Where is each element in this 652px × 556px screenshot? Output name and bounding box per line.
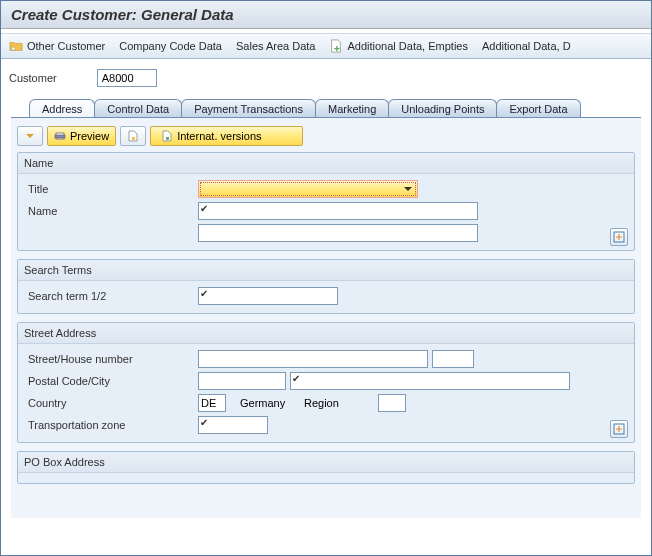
group-search-terms: Search Terms Search term 1/2 ✔ [17,259,635,314]
toolbar-label: Additional Data, D [482,40,571,52]
street-label: Street/House number [24,353,194,365]
additional-data-empties-button[interactable]: Additional Data, Empties [329,39,467,53]
search-term-input[interactable] [198,287,338,305]
tabs-row: Address Control Data Payment Transaction… [11,99,641,118]
expand-group-button[interactable] [610,228,628,246]
expand-icon [613,423,625,435]
tab-marketing[interactable]: Marketing [315,99,389,117]
region-input[interactable] [378,394,406,412]
toolbar-label: Other Customer [27,40,105,52]
country-name: Germany [230,397,300,409]
house-number-input[interactable] [432,350,474,368]
page-title: Create Customer: General Data [1,1,651,29]
print-preview-icon [54,130,66,142]
document-button[interactable] [120,126,146,146]
tab-address[interactable]: Address [29,99,95,117]
other-customer-button[interactable]: Other Customer [9,39,105,53]
city-input[interactable] [290,372,570,390]
name-label: Name [24,205,194,217]
name2-input[interactable] [198,224,478,242]
expand-group-button[interactable] [610,420,628,438]
transportation-zone-input[interactable] [198,416,268,434]
group-name: Name Title Name ✔ [17,152,635,251]
tab-control-data[interactable]: Control Data [94,99,182,117]
expand-icon [613,231,625,243]
main-toolbar: Other Customer Company Code Data Sales A… [1,33,651,59]
tab-unloading-points[interactable]: Unloading Points [388,99,497,117]
tab-body: Preview Internat. versions Name Title [11,118,641,518]
group-title: Name [18,153,634,174]
title-label: Title [24,183,194,195]
group-title: Street Address [18,323,634,344]
button-label: Internat. versions [177,130,261,142]
postal-label: Postal Code/City [24,375,194,387]
svg-rect-2 [55,135,65,138]
toolbar-label: Sales Area Data [236,40,316,52]
expand-button[interactable] [17,126,43,146]
button-label: Preview [70,130,109,142]
document-add-icon [329,39,343,53]
postal-code-input[interactable] [198,372,286,390]
customer-input[interactable] [97,69,157,87]
company-code-button[interactable]: Company Code Data [119,40,222,52]
document-icon [127,130,139,142]
tab-payment-transactions[interactable]: Payment Transactions [181,99,316,117]
document-green-icon [161,130,173,142]
search-term-label: Search term 1/2 [24,290,194,302]
toolbar-label: Additional Data, Empties [347,40,467,52]
street-input[interactable] [198,350,428,368]
chevron-down-icon [401,185,415,193]
sales-area-button[interactable]: Sales Area Data [236,40,316,52]
name-input[interactable] [198,202,478,220]
group-title: Search Terms [18,260,634,281]
customer-label: Customer [9,72,57,84]
tz-label: Transportation zone [24,419,194,431]
tab-export-data[interactable]: Export Data [496,99,580,117]
inner-toolbar: Preview Internat. versions [11,118,641,152]
header-row: Customer [1,59,651,99]
country-label: Country [24,397,194,409]
group-title: PO Box Address [18,452,634,473]
chevron-down-icon [24,130,36,142]
title-select[interactable] [198,180,418,198]
svg-point-0 [12,47,16,51]
toolbar-label: Company Code Data [119,40,222,52]
country-code-input[interactable] [198,394,226,412]
preview-button[interactable]: Preview [47,126,116,146]
additional-data-d-button[interactable]: Additional Data, D [482,40,571,52]
svg-rect-3 [132,137,135,140]
group-po-box: PO Box Address [17,451,635,484]
group-street-address: Street Address Street/House number Posta… [17,322,635,443]
folder-person-icon [9,39,23,53]
internat-versions-button[interactable]: Internat. versions [150,126,302,146]
region-label: Region [304,397,374,409]
svg-rect-4 [166,137,169,140]
